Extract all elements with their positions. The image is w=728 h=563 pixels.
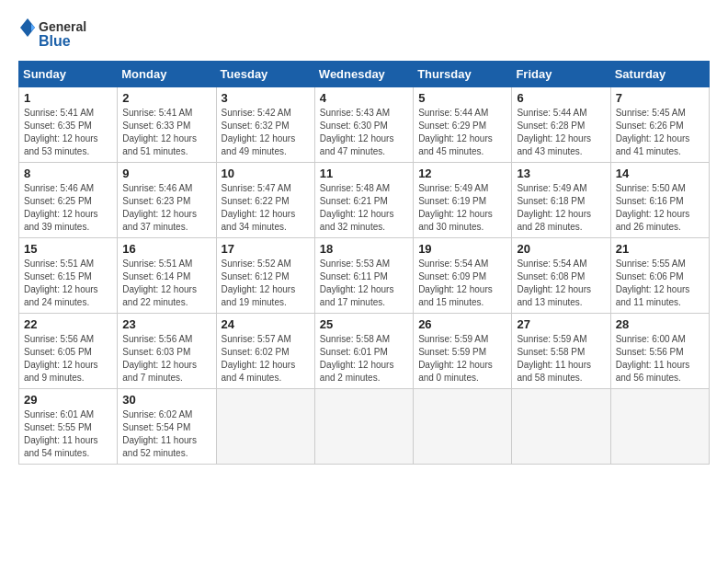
day-info: Sunrise: 5:49 AMSunset: 6:18 PMDaylight:…	[517, 182, 605, 234]
day-number: 18	[320, 242, 408, 256]
day-number: 24	[222, 317, 310, 331]
day-info: Sunrise: 5:44 AMSunset: 6:29 PMDaylight:…	[418, 107, 506, 158]
day-info: Sunrise: 5:46 AMSunset: 6:23 PMDaylight:…	[122, 182, 210, 234]
day-number: 20	[517, 242, 605, 256]
week-row-3: 15 Sunrise: 5:51 AMSunset: 6:15 PMDaylig…	[19, 238, 710, 314]
calendar-cell: 6 Sunrise: 5:44 AMSunset: 6:28 PMDayligh…	[512, 87, 610, 163]
day-info: Sunrise: 5:49 AMSunset: 6:19 PMDaylight:…	[418, 182, 506, 234]
calendar-cell	[414, 389, 512, 465]
day-number: 3	[222, 91, 310, 105]
day-info: Sunrise: 6:01 AMSunset: 5:55 PMDaylight:…	[24, 408, 112, 460]
day-info: Sunrise: 5:41 AMSunset: 6:33 PMDaylight:…	[122, 107, 210, 158]
week-row-4: 22 Sunrise: 5:56 AMSunset: 6:05 PMDaylig…	[19, 314, 710, 389]
day-info: Sunrise: 5:59 AMSunset: 5:58 PMDaylight:…	[517, 333, 605, 385]
col-header-friday: Friday	[512, 62, 610, 87]
day-number: 22	[24, 317, 112, 331]
day-number: 25	[320, 317, 408, 331]
day-info: Sunrise: 5:56 AMSunset: 6:05 PMDaylight:…	[24, 333, 112, 385]
calendar-cell: 22 Sunrise: 5:56 AMSunset: 6:05 PMDaylig…	[19, 314, 118, 389]
week-row-5: 29 Sunrise: 6:01 AMSunset: 5:55 PMDaylig…	[19, 389, 710, 465]
calendar-cell: 12 Sunrise: 5:49 AMSunset: 6:19 PMDaylig…	[414, 163, 512, 238]
logo: General Blue	[18, 15, 92, 53]
day-info: Sunrise: 5:51 AMSunset: 6:14 PMDaylight:…	[122, 258, 210, 309]
col-header-wednesday: Wednesday	[314, 62, 413, 87]
calendar-cell: 23 Sunrise: 5:56 AMSunset: 6:03 PMDaylig…	[118, 314, 216, 389]
logo-svg: General Blue	[18, 15, 92, 53]
calendar-cell: 30 Sunrise: 6:02 AMSunset: 5:54 PMDaylig…	[118, 389, 216, 465]
day-info: Sunrise: 5:58 AMSunset: 6:01 PMDaylight:…	[320, 333, 408, 385]
day-info: Sunrise: 5:46 AMSunset: 6:25 PMDaylight:…	[24, 182, 112, 234]
calendar-cell: 15 Sunrise: 5:51 AMSunset: 6:15 PMDaylig…	[19, 238, 118, 314]
day-info: Sunrise: 5:41 AMSunset: 6:35 PMDaylight:…	[24, 107, 112, 158]
calendar-cell: 19 Sunrise: 5:54 AMSunset: 6:09 PMDaylig…	[414, 238, 512, 314]
calendar: SundayMondayTuesdayWednesdayThursdayFrid…	[18, 61, 710, 465]
day-number: 23	[122, 317, 210, 331]
day-info: Sunrise: 5:50 AMSunset: 6:16 PMDaylight:…	[616, 182, 704, 234]
day-number: 26	[418, 317, 506, 331]
day-info: Sunrise: 5:47 AMSunset: 6:22 PMDaylight:…	[222, 182, 310, 234]
calendar-cell: 7 Sunrise: 5:45 AMSunset: 6:26 PMDayligh…	[610, 87, 709, 163]
calendar-cell	[216, 389, 314, 465]
day-number: 15	[24, 242, 112, 256]
day-info: Sunrise: 5:52 AMSunset: 6:12 PMDaylight:…	[222, 258, 310, 309]
calendar-cell: 16 Sunrise: 5:51 AMSunset: 6:14 PMDaylig…	[118, 238, 216, 314]
calendar-cell: 5 Sunrise: 5:44 AMSunset: 6:29 PMDayligh…	[414, 87, 512, 163]
day-number: 2	[122, 91, 210, 105]
col-header-monday: Monday	[118, 62, 216, 87]
calendar-cell	[512, 389, 610, 465]
day-info: Sunrise: 5:54 AMSunset: 6:09 PMDaylight:…	[418, 258, 506, 309]
calendar-cell: 1 Sunrise: 5:41 AMSunset: 6:35 PMDayligh…	[19, 87, 118, 163]
day-info: Sunrise: 5:42 AMSunset: 6:32 PMDaylight:…	[222, 107, 310, 158]
day-info: Sunrise: 5:48 AMSunset: 6:21 PMDaylight:…	[320, 182, 408, 234]
calendar-cell: 26 Sunrise: 5:59 AMSunset: 5:59 PMDaylig…	[414, 314, 512, 389]
calendar-cell: 3 Sunrise: 5:42 AMSunset: 6:32 PMDayligh…	[216, 87, 314, 163]
day-number: 8	[24, 167, 112, 180]
day-number: 12	[418, 167, 506, 180]
svg-marker-3	[31, 24, 35, 31]
day-info: Sunrise: 5:45 AMSunset: 6:26 PMDaylight:…	[616, 107, 704, 158]
day-info: Sunrise: 5:53 AMSunset: 6:11 PMDaylight:…	[320, 258, 408, 309]
day-info: Sunrise: 5:55 AMSunset: 6:06 PMDaylight:…	[616, 258, 704, 309]
col-header-thursday: Thursday	[414, 62, 512, 87]
day-number: 10	[222, 167, 310, 180]
calendar-cell	[314, 389, 413, 465]
calendar-cell: 25 Sunrise: 5:58 AMSunset: 6:01 PMDaylig…	[314, 314, 413, 389]
calendar-cell: 17 Sunrise: 5:52 AMSunset: 6:12 PMDaylig…	[216, 238, 314, 314]
day-info: Sunrise: 5:57 AMSunset: 6:02 PMDaylight:…	[222, 333, 310, 385]
calendar-cell: 9 Sunrise: 5:46 AMSunset: 6:23 PMDayligh…	[118, 163, 216, 238]
calendar-cell: 29 Sunrise: 6:01 AMSunset: 5:55 PMDaylig…	[19, 389, 118, 465]
calendar-cell: 11 Sunrise: 5:48 AMSunset: 6:21 PMDaylig…	[314, 163, 413, 238]
calendar-cell: 13 Sunrise: 5:49 AMSunset: 6:18 PMDaylig…	[512, 163, 610, 238]
day-number: 5	[418, 91, 506, 105]
col-header-tuesday: Tuesday	[216, 62, 314, 87]
day-number: 6	[517, 91, 605, 105]
week-row-1: 1 Sunrise: 5:41 AMSunset: 6:35 PMDayligh…	[19, 87, 710, 163]
day-info: Sunrise: 5:43 AMSunset: 6:30 PMDaylight:…	[320, 107, 408, 158]
calendar-cell: 4 Sunrise: 5:43 AMSunset: 6:30 PMDayligh…	[314, 87, 413, 163]
day-info: Sunrise: 5:51 AMSunset: 6:15 PMDaylight:…	[24, 258, 112, 309]
day-number: 29	[24, 393, 112, 407]
day-info: Sunrise: 5:59 AMSunset: 5:59 PMDaylight:…	[418, 333, 506, 385]
calendar-cell: 28 Sunrise: 6:00 AMSunset: 5:56 PMDaylig…	[610, 314, 709, 389]
day-number: 21	[616, 242, 704, 256]
calendar-cell: 24 Sunrise: 5:57 AMSunset: 6:02 PMDaylig…	[216, 314, 314, 389]
week-row-2: 8 Sunrise: 5:46 AMSunset: 6:25 PMDayligh…	[19, 163, 710, 238]
day-info: Sunrise: 5:56 AMSunset: 6:03 PMDaylight:…	[122, 333, 210, 385]
col-header-sunday: Sunday	[19, 62, 118, 87]
day-number: 11	[320, 167, 408, 180]
day-number: 27	[517, 317, 605, 331]
day-number: 30	[122, 393, 210, 407]
calendar-cell: 21 Sunrise: 5:55 AMSunset: 6:06 PMDaylig…	[610, 238, 709, 314]
day-number: 4	[320, 91, 408, 105]
day-info: Sunrise: 5:54 AMSunset: 6:08 PMDaylight:…	[517, 258, 605, 309]
svg-text:General: General	[39, 19, 86, 34]
day-info: Sunrise: 5:44 AMSunset: 6:28 PMDaylight:…	[517, 107, 605, 158]
day-number: 19	[418, 242, 506, 256]
day-info: Sunrise: 6:00 AMSunset: 5:56 PMDaylight:…	[616, 333, 704, 385]
calendar-cell	[610, 389, 709, 465]
day-number: 7	[616, 91, 704, 105]
day-number: 28	[616, 317, 704, 331]
calendar-cell: 20 Sunrise: 5:54 AMSunset: 6:08 PMDaylig…	[512, 238, 610, 314]
day-number: 17	[222, 242, 310, 256]
calendar-cell: 10 Sunrise: 5:47 AMSunset: 6:22 PMDaylig…	[216, 163, 314, 238]
